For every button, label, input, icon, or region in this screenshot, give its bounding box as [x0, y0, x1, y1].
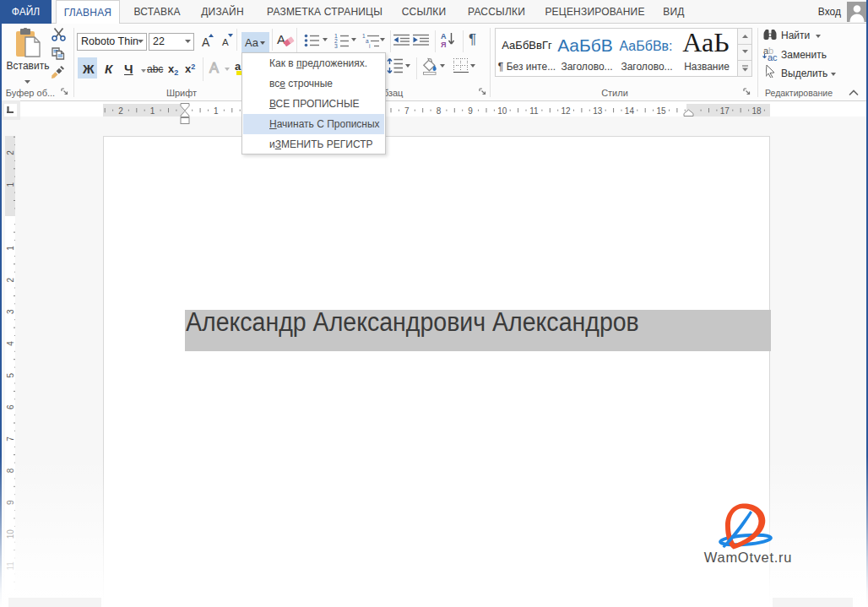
svg-text:17: 17: [720, 106, 730, 116]
svg-text:Я: Я: [441, 41, 446, 48]
svg-text:8: 8: [6, 468, 15, 473]
svg-text:1: 1: [214, 106, 219, 116]
svg-text:1: 1: [6, 182, 15, 187]
svg-text:1: 1: [6, 246, 15, 251]
svg-text:7: 7: [404, 106, 410, 116]
svg-text:8: 8: [437, 106, 442, 116]
svg-text:3: 3: [334, 43, 338, 48]
svg-text:5: 5: [6, 372, 15, 377]
svg-text:3: 3: [6, 309, 15, 314]
svg-text:А: А: [441, 32, 447, 41]
svg-text:10: 10: [6, 529, 15, 539]
svg-text:9: 9: [6, 500, 15, 505]
svg-text:11: 11: [6, 561, 15, 571]
svg-text:7: 7: [6, 436, 15, 442]
svg-text:15: 15: [656, 106, 666, 116]
svg-text:13: 13: [593, 106, 603, 116]
svg-text:10: 10: [497, 106, 507, 116]
svg-text:18: 18: [751, 106, 762, 116]
svg-text:14: 14: [625, 106, 635, 116]
svg-text:4: 4: [6, 341, 15, 346]
svg-text:1: 1: [150, 106, 155, 116]
svg-text:12: 12: [561, 106, 572, 116]
svg-text:i: i: [369, 43, 370, 48]
svg-text:9: 9: [468, 106, 473, 116]
svg-text:2: 2: [6, 150, 15, 155]
svg-text:2: 2: [118, 106, 123, 116]
svg-text:11: 11: [529, 106, 539, 116]
svg-text:6: 6: [6, 404, 15, 409]
svg-text:2: 2: [6, 277, 15, 282]
